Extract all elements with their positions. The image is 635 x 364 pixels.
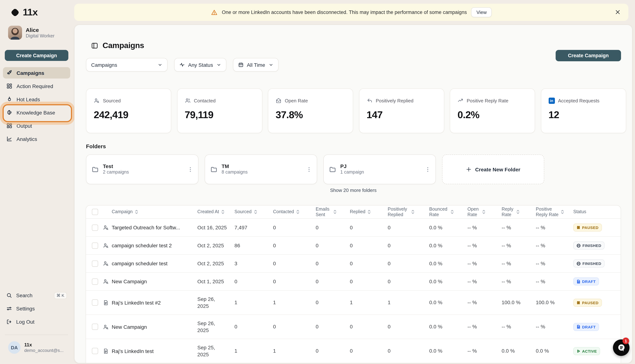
column-sourced[interactable]: Sourced bbox=[235, 209, 273, 215]
table-row[interactable]: Raj's LinkedIn test #2 Sep 26, 2025 1 1 … bbox=[86, 290, 621, 315]
contacted: 0 bbox=[273, 324, 316, 330]
stat-card-contacted: Contacted 79,119 bbox=[177, 88, 262, 133]
created-at: Sep 26, 2025 bbox=[197, 296, 224, 309]
row-checkbox[interactable] bbox=[92, 242, 98, 248]
select-all-checkbox[interactable] bbox=[92, 209, 98, 215]
campaign-name[interactable]: campaign scheduler test 2 bbox=[112, 242, 197, 248]
sort-icon bbox=[561, 210, 564, 214]
kebab-menu-icon[interactable] bbox=[188, 166, 193, 172]
sidebar-item-action-required[interactable]: Action Required bbox=[3, 80, 70, 92]
user-search-icon bbox=[103, 324, 109, 330]
row-checkbox[interactable] bbox=[92, 300, 98, 306]
table-row[interactable]: Raj's LinkedIn test Sep 25, 2025 1 1 0 0… bbox=[86, 339, 621, 363]
campaign-name[interactable]: New Campaign bbox=[112, 278, 197, 284]
search-button[interactable]: Search ⌘ K bbox=[3, 290, 70, 301]
folder-count: 2 campaigns bbox=[103, 170, 129, 176]
sidebar-item-hot-leads[interactable]: Hot Leads bbox=[3, 94, 70, 105]
reply-rate: -- % bbox=[502, 324, 536, 330]
campaign-name[interactable]: New Campaign bbox=[112, 324, 197, 330]
create-campaign-button-sidebar[interactable]: Create Campaign bbox=[5, 50, 68, 61]
contacted: 1 bbox=[273, 348, 316, 354]
kebab-menu-icon[interactable] bbox=[306, 166, 312, 172]
column-replied[interactable]: Replied bbox=[350, 209, 388, 215]
account-card[interactable]: DA 11x demo_account@s... bbox=[8, 341, 69, 354]
column-emails-sent[interactable]: Emails Sent bbox=[316, 206, 350, 218]
log-out-button[interactable]: Log Out bbox=[3, 316, 70, 327]
table-row[interactable]: New Campaign Oct 1, 2025 0 0 0 0 0 0.0 %… bbox=[86, 273, 621, 290]
column-bounced-rate[interactable]: Bounced Rate bbox=[429, 206, 468, 218]
column-created-at[interactable]: Created At bbox=[197, 209, 235, 215]
play-icon bbox=[577, 349, 580, 353]
column-positively-replied[interactable]: Positively Replied bbox=[388, 206, 429, 218]
settings-button[interactable]: Settings bbox=[3, 303, 70, 314]
campaign-name[interactable]: Targeted Outreach for Softw... bbox=[112, 224, 197, 230]
stat-value: 242,419 bbox=[94, 109, 128, 121]
open-rate: -- % bbox=[468, 299, 502, 306]
sidebar-item-campaigns[interactable]: Campaigns bbox=[3, 67, 70, 78]
digital-worker-card: Alice Digital Worker bbox=[8, 26, 55, 40]
campaigns-type-dropdown[interactable]: Campaigns bbox=[86, 58, 167, 72]
folder-name: PJ bbox=[340, 163, 364, 170]
folders-row: Test 2 campaigns TM 8 campaigns bbox=[86, 154, 544, 184]
pause-icon bbox=[577, 226, 580, 229]
avatar bbox=[8, 26, 22, 40]
row-checkbox[interactable] bbox=[92, 260, 98, 266]
time-filter-dropdown[interactable]: All Time bbox=[233, 58, 278, 72]
row-checkbox[interactable] bbox=[92, 278, 98, 284]
11x-logo-icon bbox=[10, 8, 20, 17]
folder-card-pj[interactable]: PJ 1 campaign bbox=[323, 154, 436, 184]
sourced: 7,497 bbox=[235, 224, 273, 231]
contacted: 0 bbox=[273, 260, 316, 267]
column-positive-reply-rate[interactable]: Positive Reply Rate bbox=[536, 206, 573, 218]
row-checkbox[interactable] bbox=[92, 224, 98, 230]
emails-sent: 0 bbox=[316, 348, 350, 354]
sidebar-item-analytics[interactable]: Analytics bbox=[3, 133, 70, 144]
banner-close-icon[interactable] bbox=[614, 9, 621, 16]
panel-left-icon[interactable] bbox=[91, 42, 98, 49]
folder-card-tm[interactable]: TM 8 campaigns bbox=[205, 154, 317, 184]
contacted: 0 bbox=[273, 278, 316, 285]
folder-count: 1 campaign bbox=[340, 170, 364, 176]
folder-card-test[interactable]: Test 2 campaigns bbox=[86, 154, 198, 184]
stat-card-positive-reply-rate: Positive Reply Rate 0.2% bbox=[450, 88, 535, 133]
kebab-menu-icon[interactable] bbox=[425, 166, 430, 172]
show-more-folders-link[interactable]: Show 20 more folders bbox=[75, 188, 632, 193]
positive-reply-rate: -- % bbox=[536, 242, 573, 249]
column-reply-rate[interactable]: Reply Rate bbox=[502, 206, 536, 218]
row-checkbox[interactable] bbox=[92, 348, 98, 354]
campaign-name[interactable]: Raj's LinkedIn test bbox=[112, 348, 197, 354]
column-contacted[interactable]: Contacted bbox=[273, 209, 316, 215]
sidebar-item-knowledge-base[interactable]: Knowledge Base bbox=[3, 107, 70, 118]
sidebar-item-label: Action Required bbox=[17, 83, 53, 89]
sidebar-item-output[interactable]: Output bbox=[3, 120, 70, 131]
table-row[interactable]: campaign scheduler test Oct 2, 2025 3 0 … bbox=[86, 255, 621, 273]
search-shortcut: ⌘ K bbox=[54, 292, 67, 299]
sidebar: 11x Alice Digital Worker Create Campaign… bbox=[0, 0, 74, 364]
positive-reply-rate: -- % bbox=[536, 260, 573, 267]
chat-bubble-icon bbox=[616, 343, 626, 352]
campaign-name[interactable]: Raj's LinkedIn test #2 bbox=[112, 300, 197, 306]
campaign-name[interactable]: campaign scheduler test bbox=[112, 260, 197, 266]
stat-label: Accepted Requests bbox=[558, 98, 599, 104]
minus-circle-icon bbox=[577, 262, 581, 266]
created-at: Oct 16, 2025 bbox=[197, 224, 235, 231]
column-open-rate[interactable]: Open Rate bbox=[468, 206, 502, 218]
create-campaign-button[interactable]: Create Campaign bbox=[556, 50, 621, 61]
table-row[interactable]: New Campaign Sep 26, 2025 0 0 0 0 0 0.0 … bbox=[86, 315, 621, 339]
table-row[interactable]: campaign scheduler test 2 Oct 2, 2025 86… bbox=[86, 237, 621, 255]
bounced-rate: 0.0 % bbox=[429, 324, 468, 330]
create-new-folder-button[interactable]: Create New Folder bbox=[442, 154, 544, 184]
status-filter-dropdown[interactable]: Any Status bbox=[174, 58, 226, 72]
row-checkbox[interactable] bbox=[92, 324, 98, 330]
created-at: Oct 2, 2025 bbox=[197, 242, 235, 249]
minus-circle-icon bbox=[577, 244, 581, 248]
stat-value: 12 bbox=[548, 109, 559, 121]
file-icon bbox=[103, 348, 109, 354]
campaigns-type-value: Campaigns bbox=[91, 62, 117, 68]
table-row[interactable]: Targeted Outreach for Softw... Oct 16, 2… bbox=[86, 219, 621, 237]
chevron-down-icon bbox=[268, 62, 273, 67]
app-logo: 11x bbox=[10, 6, 38, 18]
column-campaign[interactable]: Campaign bbox=[112, 209, 197, 215]
rocket-icon bbox=[6, 70, 13, 76]
banner-view-button[interactable]: View bbox=[471, 7, 492, 17]
